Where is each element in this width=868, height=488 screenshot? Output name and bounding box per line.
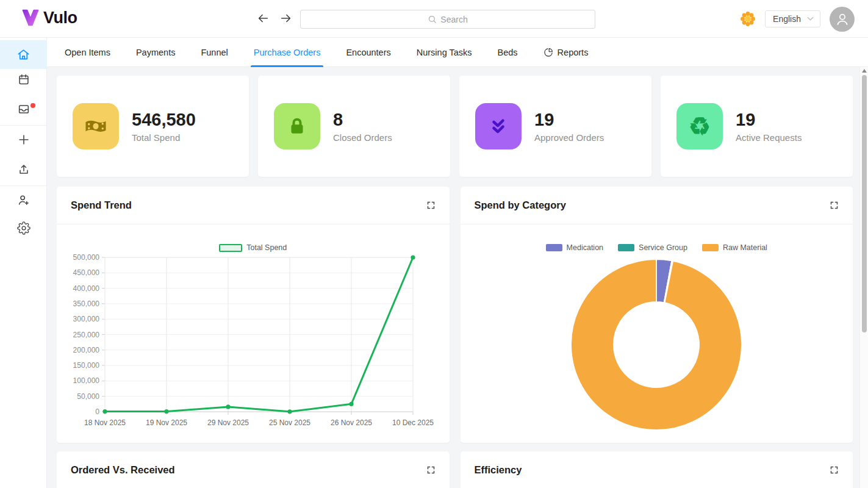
stat-label: Active Requests [736, 132, 802, 143]
user-avatar[interactable] [830, 7, 855, 32]
svg-text:500,000: 500,000 [73, 253, 100, 262]
svg-text:29 Nov 2025: 29 Nov 2025 [207, 418, 249, 427]
legend-swatch [618, 244, 634, 251]
panel-title: Ordered Vs. Received [71, 464, 175, 476]
plus-icon [17, 133, 30, 146]
tab-open-items[interactable]: Open Items [52, 38, 123, 66]
sidebar-item-calendar[interactable] [0, 66, 47, 93]
expand-icon[interactable] [830, 465, 839, 475]
forward-arrow-button[interactable] [279, 12, 293, 25]
search-bar: Search [300, 10, 595, 29]
double-check-icon [475, 103, 522, 149]
lock-icon [274, 103, 320, 149]
tab-bar: Open Items Payments Funnel Purchase Orde… [47, 38, 868, 67]
language-selector[interactable]: English [765, 10, 820, 27]
sidebar-item-inbox[interactable] [0, 96, 47, 123]
stat-card-approved-orders: 19 Approved Orders [459, 76, 651, 177]
legend-swatch [219, 244, 242, 252]
sidebar-item-upload[interactable] [0, 156, 47, 183]
sidebar-divider [0, 185, 47, 186]
home-icon [16, 48, 30, 62]
chevron-down-icon [807, 16, 814, 21]
add-user-icon [17, 193, 30, 207]
svg-text:50,000: 50,000 [77, 392, 99, 401]
spend-trend-line-chart: 050,000100,000150,000200,000250,000300,0… [57, 253, 450, 431]
legend-item[interactable]: Medication [546, 243, 603, 252]
svg-text:200,000: 200,000 [73, 346, 100, 354]
svg-text:25 Nov 2025: 25 Nov 2025 [269, 418, 310, 427]
unread-badge [30, 103, 35, 108]
pie-chart-legend: MedicationService GroupRaw Material [461, 243, 853, 253]
legend-swatch [546, 244, 562, 251]
stat-label: Closed Orders [333, 132, 392, 143]
tab-encounters[interactable]: Encounters [333, 38, 403, 66]
panel-title: Efficiency [475, 464, 522, 476]
expand-icon[interactable] [830, 201, 839, 210]
scrollbar-thumb[interactable] [862, 75, 867, 332]
legend-item[interactable]: Service Group [618, 243, 687, 252]
stat-value: 19 [736, 110, 802, 130]
sidebar-item-add-user[interactable] [0, 187, 47, 214]
main-content: 546,580 Total Spend 8 Closed Orders [47, 67, 868, 488]
svg-text:450,000: 450,000 [73, 268, 100, 277]
tab-payments[interactable]: Payments [123, 38, 188, 66]
person-icon [834, 11, 850, 27]
expand-icon[interactable] [426, 201, 436, 210]
language-value: English [773, 14, 801, 24]
svg-text:400,000: 400,000 [73, 284, 100, 293]
sidebar-divider [0, 125, 47, 126]
logo-v-icon [21, 8, 40, 27]
ordered-vs-received-panel: Ordered Vs. Received [57, 451, 450, 488]
legend-label: Service Group [639, 243, 687, 252]
stat-label: Total Spend [132, 132, 196, 143]
theme-flower-icon[interactable] [740, 11, 756, 27]
svg-text:10 Dec 2025: 10 Dec 2025 [392, 418, 434, 427]
sidebar [0, 38, 47, 488]
svg-text:26 Nov 2025: 26 Nov 2025 [331, 418, 372, 427]
sidebar-item-settings[interactable] [0, 215, 47, 242]
legend-label: Raw Material [723, 243, 767, 252]
tab-beds[interactable]: Beds [485, 38, 531, 66]
svg-text:300,000: 300,000 [73, 315, 100, 323]
pie-chart-icon [543, 48, 553, 57]
svg-text:150,000: 150,000 [73, 361, 100, 370]
search-input[interactable] [300, 10, 595, 29]
expand-icon[interactable] [426, 465, 436, 475]
recycle-icon: ♻ [676, 103, 723, 149]
scroll-up-arrow[interactable] [862, 69, 867, 73]
line-chart-legend: Total Spend [57, 243, 450, 253]
calendar-icon [17, 73, 30, 87]
legend-label: Total Spend [246, 243, 287, 252]
legend-label: Medication [567, 243, 603, 252]
efficiency-panel: Efficiency [461, 451, 853, 488]
app-header: Vulo Search English [0, 0, 868, 38]
stat-value: 8 [333, 110, 392, 130]
tab-funnel[interactable]: Funnel [188, 38, 240, 66]
svg-text:0: 0 [95, 407, 99, 416]
stat-label: Approved Orders [534, 132, 604, 143]
stat-value: 546,580 [132, 110, 196, 130]
spend-by-category-panel: Spend by Category MedicationService Grou… [461, 187, 853, 443]
tab-purchase-orders[interactable]: Purchase Orders [241, 38, 334, 66]
svg-text:350,000: 350,000 [73, 300, 100, 308]
back-arrow-button[interactable] [256, 12, 270, 25]
svg-text:100,000: 100,000 [73, 376, 100, 385]
legend-item[interactable]: Total Spend [219, 243, 287, 252]
app-logo[interactable]: Vulo [21, 8, 77, 27]
legend-item[interactable]: Raw Material [702, 243, 767, 252]
legend-swatch [702, 244, 719, 251]
banknote-icon [73, 103, 119, 149]
upload-icon [17, 163, 30, 176]
sidebar-item-add[interactable] [0, 126, 47, 153]
stat-value: 19 [534, 110, 604, 130]
tab-nursing-tasks[interactable]: Nursing Tasks [404, 38, 485, 66]
svg-text:18 Nov 2025: 18 Nov 2025 [84, 418, 126, 427]
stat-cards-row: 546,580 Total Spend 8 Closed Orders [57, 76, 853, 177]
vertical-scrollbar[interactable] [859, 67, 868, 488]
stat-card-closed-orders: 8 Closed Orders [258, 76, 450, 177]
spend-by-category-donut-chart [461, 253, 852, 437]
stat-card-total-spend: 546,580 Total Spend [57, 76, 249, 177]
tab-reports[interactable]: Reports [531, 38, 601, 66]
sidebar-item-home[interactable] [0, 40, 47, 69]
spend-trend-panel: Spend Trend Total Spend 050,000100,00015… [57, 187, 450, 443]
